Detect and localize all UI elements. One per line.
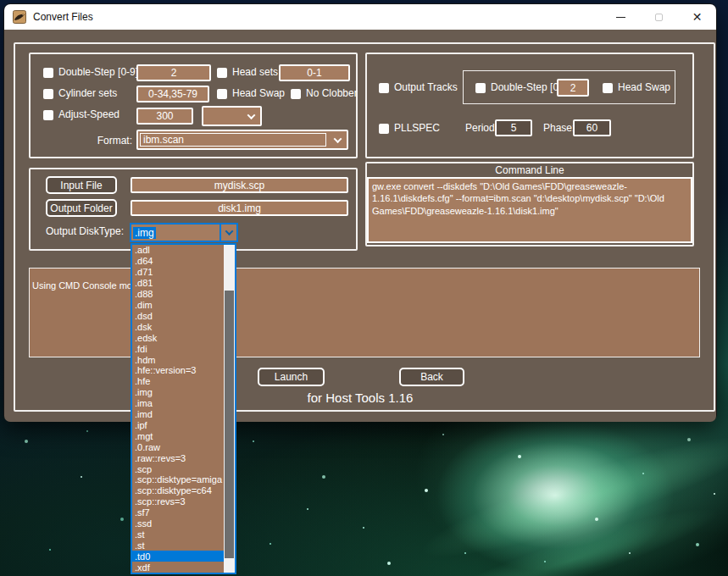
adjust-speed-checkbox[interactable] bbox=[43, 110, 53, 120]
dropdown-item[interactable]: .fdi bbox=[132, 343, 224, 354]
input-file-button[interactable]: Input File bbox=[46, 176, 117, 194]
dropdown-item[interactable]: .raw::revs=3 bbox=[132, 452, 224, 463]
maximize-button[interactable] bbox=[640, 4, 678, 30]
period-input[interactable]: 5 bbox=[495, 119, 532, 136]
output-folder-button[interactable]: Output Folder bbox=[46, 199, 117, 217]
dropdown-item[interactable]: .imd bbox=[132, 409, 224, 420]
dropdown-item[interactable]: .hfe bbox=[132, 376, 224, 387]
output-head-swap-label: Head Swap bbox=[618, 81, 670, 93]
output-tracks-checkbox[interactable] bbox=[379, 83, 389, 93]
no-clobber-label: No Clobber bbox=[306, 87, 358, 99]
dropdown-item[interactable]: .d71 bbox=[132, 267, 224, 278]
minimize-button[interactable] bbox=[602, 4, 640, 30]
dropdown-scrollbar-thumb[interactable] bbox=[225, 291, 234, 558]
dropdown-item[interactable]: .hdm bbox=[132, 354, 224, 365]
format-label: Format: bbox=[81, 135, 132, 147]
version-label: for Host Tools 1.16 bbox=[4, 390, 716, 405]
head-sets-label: Head sets bbox=[232, 66, 278, 78]
output-double-step-checkbox[interactable] bbox=[475, 83, 486, 93]
back-button[interactable]: Back bbox=[399, 368, 464, 386]
chevron-down-icon bbox=[333, 135, 342, 143]
dropdown-item[interactable]: .st bbox=[132, 529, 224, 540]
phase-input[interactable]: 60 bbox=[573, 119, 611, 136]
close-button[interactable]: ✕ bbox=[678, 4, 716, 30]
period-label: Period: bbox=[465, 122, 497, 134]
dialog-body: Double-Step [0-9] 2 Head sets 0-1 Cylind… bbox=[4, 30, 716, 422]
dropdown-item[interactable]: .mgt bbox=[132, 430, 224, 441]
dropdown-item[interactable]: .adl bbox=[132, 245, 224, 256]
adjust-speed-input[interactable]: 300 bbox=[136, 108, 193, 125]
disktype-dropdown-items: .adl.d64.d71.d81.d88.dim.dsd.dsk.edsk.fd… bbox=[132, 245, 224, 573]
output-head-swap-checkbox[interactable] bbox=[603, 83, 613, 93]
dropdown-item[interactable]: .d88 bbox=[132, 289, 224, 300]
convert-files-window: Convert Files ✕ Double-Step [0-9] 2 Head… bbox=[3, 3, 717, 422]
head-sets-checkbox[interactable] bbox=[217, 68, 227, 78]
speed-unit-value bbox=[205, 109, 240, 123]
dropdown-item[interactable]: .td0 bbox=[132, 551, 224, 562]
dropdown-item[interactable]: .d64 bbox=[132, 256, 224, 267]
format-dropdown-button[interactable] bbox=[328, 131, 347, 148]
double-step-checkbox[interactable] bbox=[43, 68, 53, 78]
output-options-groupbox bbox=[365, 53, 694, 158]
output-tracks-label: Output Tracks bbox=[394, 81, 458, 93]
dropdown-item[interactable]: .ipf bbox=[132, 420, 224, 431]
dropdown-item[interactable]: .hfe::version=3 bbox=[132, 365, 224, 376]
no-clobber-checkbox[interactable] bbox=[291, 89, 301, 99]
console-message: Using CMD Console mode bbox=[32, 280, 142, 291]
head-sets-input[interactable]: 0-1 bbox=[279, 64, 350, 81]
cylinder-sets-checkbox[interactable] bbox=[43, 89, 53, 99]
dropdown-item[interactable]: .scp::revs=3 bbox=[132, 496, 224, 507]
dropdown-item[interactable]: .scp::disktype=amiga bbox=[132, 474, 224, 485]
chevron-down-icon bbox=[225, 227, 233, 235]
disk-type-dropdown-button[interactable] bbox=[220, 224, 236, 241]
cylinder-sets-input[interactable]: 0-34,35-79 bbox=[136, 86, 209, 102]
dropdown-item[interactable]: .scp::disktype=c64 bbox=[132, 485, 224, 496]
close-icon: ✕ bbox=[692, 11, 703, 23]
dropdown-scrollbar[interactable] bbox=[224, 245, 235, 573]
format-combo[interactable]: ibm.scan bbox=[136, 130, 348, 150]
double-step-input[interactable]: 2 bbox=[136, 64, 211, 81]
head-swap-checkbox[interactable] bbox=[217, 89, 227, 99]
dropdown-item[interactable]: .dsk bbox=[132, 321, 224, 332]
disk-type-label: Output DiskType: bbox=[46, 225, 124, 237]
dropdown-item[interactable]: .sf7 bbox=[132, 507, 224, 518]
pllspec-checkbox[interactable] bbox=[379, 124, 389, 134]
adjust-speed-label: Adjust-Speed bbox=[58, 108, 119, 120]
speed-unit-dropdown-button[interactable] bbox=[242, 108, 260, 125]
cylinder-sets-label: Cylinder sets bbox=[58, 87, 117, 99]
format-value: ibm.scan bbox=[140, 133, 326, 147]
input-file-path[interactable]: mydisk.scp bbox=[131, 177, 348, 193]
window-title: Convert Files bbox=[33, 11, 93, 23]
dropdown-item[interactable]: .d81 bbox=[132, 278, 224, 289]
titlebar: Convert Files ✕ bbox=[4, 4, 716, 30]
disk-type-combo[interactable]: .img bbox=[130, 223, 238, 242]
dropdown-item[interactable]: .0.raw bbox=[132, 441, 224, 452]
dropdown-item[interactable]: .st bbox=[132, 540, 224, 551]
app-icon bbox=[13, 10, 26, 24]
maximize-icon bbox=[655, 14, 663, 21]
output-folder-path[interactable]: disk1.img bbox=[131, 200, 348, 216]
chevron-down-icon bbox=[247, 111, 255, 119]
dropdown-item[interactable]: .edsk bbox=[132, 332, 224, 343]
head-swap-label: Head Swap bbox=[232, 87, 285, 99]
dropdown-item[interactable]: .xdf bbox=[132, 562, 224, 573]
speed-unit-combo[interactable] bbox=[202, 106, 262, 126]
minimize-icon bbox=[616, 17, 625, 18]
dropdown-item[interactable]: .dsd bbox=[132, 310, 224, 321]
console-output-box[interactable]: Using CMD Console mode bbox=[29, 268, 700, 357]
command-line-box[interactable]: gw.exe convert --diskdefs "D:\Old Games\… bbox=[367, 177, 692, 243]
dropdown-item[interactable]: .scp bbox=[132, 463, 224, 474]
disktype-dropdown-list: .adl.d64.d71.d81.d88.dim.dsd.dsk.edsk.fd… bbox=[131, 243, 236, 574]
dropdown-item[interactable]: .ssd bbox=[132, 518, 224, 529]
dropdown-item[interactable]: .ima bbox=[132, 398, 224, 409]
phase-label: Phase: bbox=[543, 122, 575, 134]
output-double-step-input[interactable]: 2 bbox=[557, 79, 589, 97]
disk-type-value: .img bbox=[133, 227, 156, 239]
command-line-label: Command Line bbox=[365, 164, 694, 176]
dropdown-item[interactable]: .img bbox=[132, 387, 224, 398]
launch-button[interactable]: Launch bbox=[258, 368, 325, 386]
pllspec-label: PLLSPEC bbox=[394, 122, 440, 134]
double-step-label: Double-Step [0-9] bbox=[58, 66, 138, 78]
dropdown-item[interactable]: .dim bbox=[132, 300, 224, 311]
